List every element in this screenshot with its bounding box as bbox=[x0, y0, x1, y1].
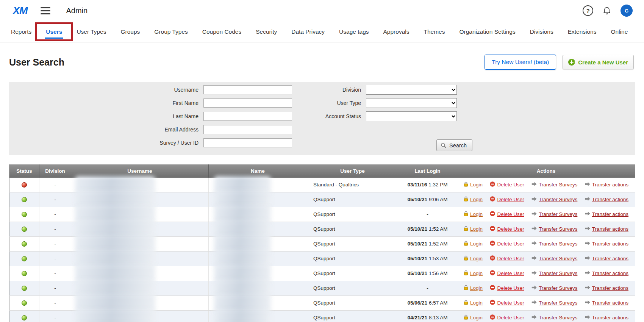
transfer-surveys-link[interactable]: Transfer Surveys bbox=[531, 270, 577, 276]
transfer-surveys-link[interactable]: Transfer Surveys bbox=[531, 285, 577, 291]
transfer-surveys-link[interactable]: Transfer Surveys bbox=[531, 182, 577, 188]
transfer-actions-link[interactable]: Transfer actions bbox=[585, 241, 628, 247]
delete-user-link[interactable]: Delete User bbox=[490, 285, 524, 291]
tab-users[interactable]: Users bbox=[39, 21, 69, 42]
user-avatar[interactable]: G bbox=[621, 5, 633, 17]
tab-coupon-codes[interactable]: Coupon Codes bbox=[195, 21, 249, 42]
survey-user-id-input[interactable] bbox=[203, 138, 292, 147]
delete-user-link[interactable]: Delete User bbox=[490, 181, 524, 188]
search-button[interactable]: Search bbox=[436, 139, 472, 151]
login-link[interactable]: Login bbox=[464, 314, 483, 321]
status-led-icon bbox=[22, 241, 27, 247]
email-address-input[interactable] bbox=[203, 125, 292, 134]
login-link[interactable]: Login bbox=[464, 255, 483, 262]
delete-user-link[interactable]: Delete User bbox=[490, 314, 524, 321]
first-name-label: First Name bbox=[9, 100, 203, 106]
tab-organization-settings[interactable]: Organization Settings bbox=[452, 21, 522, 42]
tab-group-types[interactable]: Group Types bbox=[147, 21, 195, 42]
tab-data-privacy[interactable]: Data Privacy bbox=[284, 21, 332, 42]
last-login-cell: 05/06/21 6:57 AM bbox=[398, 295, 457, 310]
transfer-surveys-link[interactable]: Transfer Surveys bbox=[531, 241, 577, 247]
arrow-right-icon bbox=[531, 285, 537, 291]
login-link[interactable]: Login bbox=[464, 181, 483, 188]
table-row: - QSupport - Login Delete User Transfer … bbox=[9, 207, 635, 222]
delete-user-link[interactable]: Delete User bbox=[490, 270, 524, 277]
tab-extensions[interactable]: Extensions bbox=[561, 21, 604, 42]
lock-icon bbox=[464, 211, 468, 217]
transfer-actions-link[interactable]: Transfer actions bbox=[585, 300, 628, 306]
admin-tabbar: Reports Users User Types Groups Group Ty… bbox=[0, 21, 644, 42]
tab-approvals[interactable]: Approvals bbox=[376, 21, 417, 42]
last-name-input[interactable] bbox=[203, 112, 292, 121]
transfer-surveys-link[interactable]: Transfer Surveys bbox=[531, 197, 577, 202]
first-name-input[interactable] bbox=[203, 98, 292, 108]
division-cell: - bbox=[39, 178, 71, 192]
division-cell: - bbox=[39, 236, 71, 251]
table-header-row: Status Division Username Name User Type … bbox=[9, 165, 635, 178]
tab-online[interactable]: Online bbox=[604, 21, 635, 42]
active-tab-underline bbox=[45, 38, 63, 39]
user-type-select[interactable] bbox=[366, 98, 457, 108]
table-row: - QSupport 05/06/21 6:57 AM Login Delete… bbox=[9, 295, 635, 310]
transfer-surveys-link[interactable]: Transfer Surveys bbox=[531, 300, 577, 306]
login-link[interactable]: Login bbox=[464, 196, 483, 203]
delete-user-link[interactable]: Delete User bbox=[490, 226, 524, 232]
account-status-select[interactable] bbox=[366, 111, 457, 121]
tab-security[interactable]: Security bbox=[249, 21, 284, 42]
delete-user-link[interactable]: Delete User bbox=[490, 255, 524, 262]
transfer-surveys-link[interactable]: Transfer Surveys bbox=[531, 226, 577, 232]
lock-icon bbox=[464, 241, 468, 247]
delete-user-link[interactable]: Delete User bbox=[490, 300, 524, 306]
transfer-surveys-link[interactable]: Transfer Surveys bbox=[531, 315, 577, 320]
transfer-actions-link[interactable]: Transfer actions bbox=[585, 182, 628, 188]
col-header-name: Name bbox=[209, 165, 307, 178]
xm-logo: XM bbox=[13, 5, 28, 17]
last-login-cell: 05/10/21 1:52 AM bbox=[398, 222, 457, 236]
login-link[interactable]: Login bbox=[464, 285, 483, 291]
help-icon[interactable]: ? bbox=[583, 5, 593, 16]
status-led-icon bbox=[22, 286, 27, 291]
transfer-actions-link[interactable]: Transfer actions bbox=[585, 197, 628, 202]
login-link[interactable]: Login bbox=[464, 270, 483, 277]
division-select[interactable] bbox=[366, 85, 457, 95]
tab-divisions[interactable]: Divisions bbox=[523, 21, 561, 42]
user-type-cell: QSupport bbox=[307, 207, 398, 222]
transfer-actions-link[interactable]: Transfer actions bbox=[585, 256, 628, 261]
transfer-actions-link[interactable]: Transfer actions bbox=[585, 285, 628, 291]
delete-icon bbox=[490, 314, 495, 321]
delete-user-link[interactable]: Delete User bbox=[490, 211, 524, 217]
status-led-icon bbox=[22, 182, 27, 188]
account-status-label: Account Status bbox=[292, 113, 366, 119]
table-row: - Standard - Qualtrics 03/11/16 1:32 PM … bbox=[9, 178, 635, 192]
tab-reports[interactable]: Reports bbox=[4, 21, 39, 42]
create-new-user-button[interactable]: Create a New User bbox=[563, 55, 634, 69]
delete-user-link[interactable]: Delete User bbox=[490, 196, 524, 203]
page-title: User Search bbox=[9, 57, 64, 68]
hamburger-menu-icon[interactable] bbox=[41, 7, 50, 14]
login-link[interactable]: Login bbox=[464, 211, 483, 217]
delete-icon bbox=[490, 241, 495, 247]
header-buttons: Try New Users! (beta) Create a New User bbox=[485, 55, 634, 70]
division-cell: - bbox=[39, 266, 71, 281]
tab-groups[interactable]: Groups bbox=[113, 21, 147, 42]
transfer-actions-link[interactable]: Transfer actions bbox=[585, 315, 628, 320]
tab-user-types[interactable]: User Types bbox=[69, 21, 113, 42]
status-led-icon bbox=[22, 197, 27, 202]
transfer-actions-link[interactable]: Transfer actions bbox=[585, 226, 628, 232]
transfer-actions-link[interactable]: Transfer actions bbox=[585, 211, 628, 217]
transfer-surveys-link[interactable]: Transfer Surveys bbox=[531, 211, 577, 217]
username-input[interactable] bbox=[203, 85, 292, 94]
login-link[interactable]: Login bbox=[464, 300, 483, 306]
transfer-surveys-link[interactable]: Transfer Surveys bbox=[531, 256, 577, 261]
user-type-cell: QSupport bbox=[307, 295, 398, 310]
arrow-right-icon bbox=[585, 226, 590, 232]
delete-user-link[interactable]: Delete User bbox=[490, 241, 524, 247]
status-led-icon bbox=[22, 271, 27, 276]
tab-usage-tags[interactable]: Usage tags bbox=[332, 21, 376, 42]
try-new-users-button[interactable]: Try New Users! (beta) bbox=[485, 55, 556, 70]
login-link[interactable]: Login bbox=[464, 241, 483, 247]
tab-themes[interactable]: Themes bbox=[416, 21, 452, 42]
notifications-bell-icon[interactable] bbox=[602, 6, 611, 15]
login-link[interactable]: Login bbox=[464, 226, 483, 232]
transfer-actions-link[interactable]: Transfer actions bbox=[585, 270, 628, 276]
